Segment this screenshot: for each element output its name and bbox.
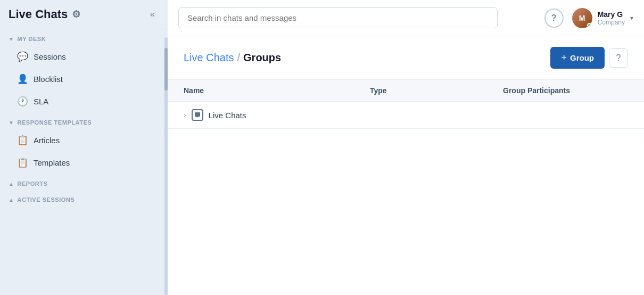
breadcrumb-current: Groups <box>243 52 281 64</box>
table-header: Name Type Group Participants <box>168 80 644 102</box>
expand-icon[interactable]: › <box>184 111 186 119</box>
plus-icon: + <box>561 52 567 63</box>
column-header-type: Type <box>370 86 503 95</box>
add-group-button[interactable]: + Group <box>550 47 605 69</box>
add-group-label: Group <box>570 53 594 62</box>
table-cell-name: › Live Chats <box>184 109 370 121</box>
section-label-my-desk: MY DESK <box>17 36 46 42</box>
sidebar-scrollbar[interactable] <box>164 37 168 295</box>
sla-label: SLA <box>34 97 48 106</box>
svg-rect-0 <box>195 112 200 117</box>
groups-table: Name Type Group Participants › Live Chat… <box>168 80 644 129</box>
articles-icon: 📋 <box>17 135 28 146</box>
sidebar-scrollbar-thumb <box>164 48 168 91</box>
sessions-label: Sessions <box>34 52 66 61</box>
chevron-down-icon: ▼ <box>9 36 14 42</box>
content-area: Live Chats / Groups + Group ? Name Type … <box>168 36 644 295</box>
sidebar-header: Live Chats ⚙ « <box>0 0 168 29</box>
breadcrumb-bar: Live Chats / Groups + Group ? <box>168 36 644 80</box>
templates-icon: 📋 <box>17 157 28 168</box>
online-indicator <box>587 23 592 28</box>
templates-label: Templates <box>34 158 70 167</box>
table-row[interactable]: › Live Chats <box>168 102 644 129</box>
sidebar-item-articles[interactable]: 📋 Articles <box>4 129 163 151</box>
sidebar-item-sla[interactable]: 🕐 SLA <box>4 91 163 112</box>
section-label-active-sessions: ACTIVE SESSIONS <box>17 196 75 203</box>
section-label-response-templates: RESPONSE TEMPLATES <box>17 119 92 126</box>
user-name: Mary G <box>598 10 625 19</box>
section-label-reports: REPORTS <box>17 181 47 187</box>
breadcrumb-separator: / <box>237 52 241 64</box>
sidebar-nav: ▼ MY DESK 💬 Sessions 👤 Blocklist 🕐 SLA ▼… <box>0 29 168 295</box>
chevron-down-icon-user: ▾ <box>630 14 633 22</box>
blocklist-icon: 👤 <box>17 73 28 85</box>
topbar: ? M Mary G Company ▾ <box>168 0 644 36</box>
breadcrumb-actions: + Group ? <box>550 47 628 69</box>
column-header-group-participants: Group Participants <box>503 86 628 95</box>
section-active-sessions[interactable]: ▲ ACTIVE SESSIONS <box>0 190 168 206</box>
sidebar-item-sessions[interactable]: 💬 Sessions <box>4 46 163 68</box>
chat-icon <box>192 109 203 121</box>
sla-icon: 🕐 <box>17 96 28 107</box>
sessions-icon: 💬 <box>17 51 28 62</box>
chevron-down-icon-2: ▼ <box>9 120 14 126</box>
user-info[interactable]: M Mary G Company ▾ <box>572 8 633 28</box>
column-header-name: Name <box>184 86 370 95</box>
chevron-up-icon: ▲ <box>9 181 14 187</box>
user-company: Company <box>598 19 625 26</box>
question-button[interactable]: ? <box>609 48 628 68</box>
gear-icon[interactable]: ⚙ <box>72 9 80 20</box>
main-content: ? M Mary G Company ▾ Live Chats / Groups <box>168 0 644 295</box>
chevron-up-icon-2: ▲ <box>9 197 14 203</box>
search-input[interactable] <box>178 7 498 28</box>
collapse-button[interactable]: « <box>146 7 159 21</box>
blocklist-label: Blocklist <box>34 75 63 84</box>
avatar: M <box>572 8 592 28</box>
group-name: Live Chats <box>209 111 246 120</box>
articles-label: Articles <box>34 136 60 145</box>
help-button[interactable]: ? <box>544 9 564 28</box>
sidebar-title-text: Live Chats <box>9 7 68 21</box>
sidebar-item-templates[interactable]: 📋 Templates <box>4 152 163 174</box>
section-response-templates[interactable]: ▼ RESPONSE TEMPLATES <box>0 113 168 129</box>
section-my-desk[interactable]: ▼ MY DESK <box>0 29 168 45</box>
svg-marker-1 <box>196 117 197 118</box>
user-name-block: Mary G Company <box>598 10 625 26</box>
search-bar <box>178 7 498 28</box>
sidebar: Live Chats ⚙ « ▼ MY DESK 💬 Sessions 👤 Bl… <box>0 0 168 295</box>
breadcrumb: Live Chats / Groups <box>184 52 281 64</box>
sidebar-item-blocklist[interactable]: 👤 Blocklist <box>4 68 163 90</box>
sidebar-title: Live Chats ⚙ <box>9 7 80 21</box>
section-reports[interactable]: ▲ REPORTS <box>0 174 168 190</box>
breadcrumb-parent[interactable]: Live Chats <box>184 52 234 64</box>
topbar-right: ? M Mary G Company ▾ <box>544 8 633 28</box>
